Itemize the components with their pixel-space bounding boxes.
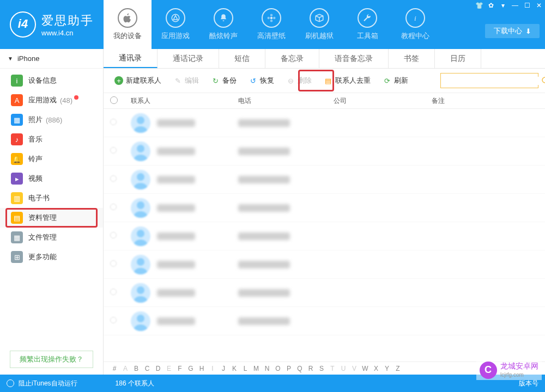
row-checkbox[interactable] [110, 204, 117, 210]
az-L[interactable]: L [240, 365, 251, 372]
refresh-button[interactable]: ⟳ 刷新 [378, 74, 413, 88]
gear-icon[interactable]: ✿ [485, 0, 497, 11]
topnav-box[interactable]: 刷机越狱 [295, 0, 343, 49]
search-input[interactable] [441, 77, 541, 85]
col-name[interactable]: 联系人 [126, 96, 238, 106]
svg-point-2 [270, 14, 273, 17]
row-checkbox[interactable] [110, 147, 117, 154]
col-phone[interactable]: 电话 [238, 96, 334, 106]
help-link[interactable]: 频繁出现操作失败？ [10, 351, 93, 368]
select-all-checkbox[interactable] [110, 96, 118, 104]
sidebar-item-book[interactable]: ▥电子书 [0, 188, 103, 208]
az-J[interactable]: J [218, 365, 229, 372]
download-center-button[interactable]: 下载中心 ⬇ [485, 24, 540, 38]
close-icon[interactable]: ✕ [533, 0, 545, 11]
minimize-icon[interactable]: — [509, 0, 521, 11]
col-note[interactable]: 备注 [432, 96, 545, 106]
az-K[interactable]: K [229, 365, 240, 372]
tab-0[interactable]: 通讯录 [104, 49, 158, 68]
row-checkbox[interactable] [110, 289, 117, 295]
topnav-appstore[interactable]: 应用游戏 [152, 0, 199, 49]
edit-button[interactable]: ✎ 编辑 [169, 74, 203, 88]
tab-2[interactable]: 短信 [219, 49, 265, 68]
delete-button[interactable]: ⊖ 删除 [282, 74, 316, 88]
sidebar-item-file[interactable]: ▦文件管理 [0, 228, 103, 247]
wrench-icon [358, 8, 377, 28]
logo-icon: i4 [10, 11, 36, 38]
table-row[interactable] [104, 222, 545, 250]
row-checkbox[interactable] [110, 260, 117, 267]
search-icon[interactable] [541, 76, 545, 85]
tab-4[interactable]: 语音备忘录 [319, 49, 389, 68]
az-R[interactable]: R [305, 365, 316, 372]
row-checkbox[interactable] [110, 119, 117, 125]
table-row[interactable] [104, 137, 545, 166]
sidebar-item-app[interactable]: A应用游戏(48) [0, 90, 103, 110]
az-Z[interactable]: Z [392, 365, 403, 372]
az-V[interactable]: V [349, 365, 360, 372]
device-header[interactable]: ▼ iPhone [0, 49, 103, 69]
block-itunes-toggle[interactable]: 阻止iTunes自动运行 [7, 379, 77, 388]
topnav-wrench[interactable]: 工具箱 [343, 0, 391, 49]
col-company[interactable]: 公司 [334, 96, 432, 106]
topnav-apple[interactable]: 我的设备 [104, 0, 152, 49]
az-D[interactable]: D [153, 365, 164, 372]
az-B[interactable]: B [131, 365, 142, 372]
appstore-icon [166, 8, 185, 28]
topnav-bell[interactable]: 酷炫铃声 [199, 0, 247, 49]
skin-icon[interactable]: ▾ [497, 0, 509, 11]
backup-button[interactable]: ↻ 备份 [207, 74, 241, 88]
az-A[interactable]: A [120, 365, 131, 372]
table-row[interactable] [104, 307, 545, 335]
tab-1[interactable]: 通话记录 [158, 49, 219, 68]
az-W[interactable]: W [360, 365, 371, 372]
sidebar-item-photo[interactable]: ▦照片(886) [0, 110, 103, 130]
az-T[interactable]: T [327, 365, 338, 372]
sidebar-item-info[interactable]: i设备信息 [0, 71, 103, 90]
az-G[interactable]: G [185, 365, 196, 372]
az-P[interactable]: P [283, 365, 294, 372]
az-Y[interactable]: Y [382, 365, 392, 372]
az-X[interactable]: X [371, 365, 382, 372]
table-row[interactable] [104, 279, 545, 307]
az-U[interactable]: U [338, 365, 349, 372]
new-contact-button[interactable]: + 新建联系人 [110, 74, 166, 88]
sidebar-item-more[interactable]: ⊞更多功能 [0, 247, 103, 267]
table-row[interactable] [104, 250, 545, 279]
restore-button[interactable]: ↺ 恢复 [244, 74, 278, 88]
tab-5[interactable]: 书签 [389, 49, 435, 68]
row-checkbox[interactable] [110, 317, 117, 323]
search-box[interactable] [440, 73, 538, 88]
az-F[interactable]: F [174, 365, 185, 372]
sidebar-item-music[interactable]: ♪音乐 [0, 130, 103, 149]
az-N[interactable]: N [262, 365, 272, 372]
sidebar-item-ring[interactable]: 🔔铃声 [0, 149, 103, 169]
az-Q[interactable]: Q [294, 365, 305, 372]
contact-name [157, 204, 195, 212]
az-O[interactable]: O [272, 365, 283, 372]
shirt-icon[interactable]: 👕 [473, 0, 485, 11]
maximize-icon[interactable]: ☐ [521, 0, 533, 11]
topnav-flower[interactable]: 高清壁纸 [247, 0, 295, 49]
dedupe-button[interactable]: ▤ 联系人去重 [319, 74, 375, 88]
az-I[interactable]: I [207, 365, 218, 372]
az-#[interactable]: # [109, 365, 120, 372]
video-icon: ▸ [11, 173, 23, 185]
row-checkbox[interactable] [110, 232, 117, 238]
az-M[interactable]: M [251, 365, 262, 372]
az-E[interactable]: E [164, 365, 174, 372]
sidebar-item-data[interactable]: ▤资料管理 [0, 208, 103, 228]
az-C[interactable]: C [142, 365, 153, 372]
az-S[interactable]: S [316, 365, 327, 372]
row-checkbox[interactable] [110, 175, 117, 182]
tab-6[interactable]: 日历 [435, 49, 481, 68]
az-H[interactable]: H [196, 365, 207, 372]
topnav-info[interactable]: i教程中心 [391, 0, 439, 49]
sidebar-item-video[interactable]: ▸视频 [0, 169, 103, 188]
table-row[interactable] [104, 109, 545, 137]
table-row[interactable] [104, 166, 545, 194]
tab-3[interactable]: 备忘录 [265, 49, 319, 68]
restore-icon: ↺ [249, 76, 257, 85]
table-row[interactable] [104, 194, 545, 222]
book-icon: ▥ [11, 192, 23, 204]
